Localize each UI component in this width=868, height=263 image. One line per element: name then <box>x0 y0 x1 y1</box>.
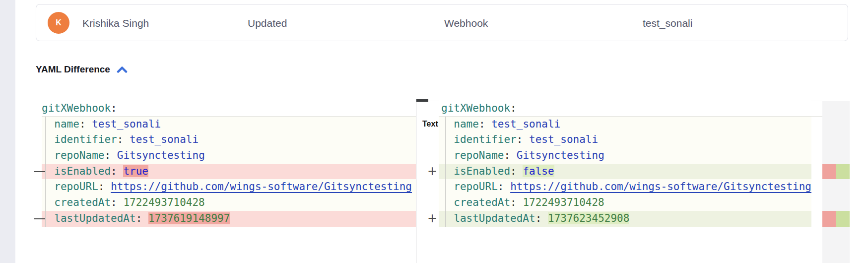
diff-line-original: identifier: test_sonali <box>42 132 416 148</box>
yaml-key: gitXWebhook <box>441 102 510 114</box>
yaml-key: isEnabled <box>54 165 111 177</box>
removed-line-marker <box>34 171 45 172</box>
overview-ruler[interactable] <box>822 101 850 263</box>
diff-line-original: lastUpdatedAt: 1737619148997 <box>42 211 416 227</box>
yaml-value: test_sonali <box>130 133 199 145</box>
ruler-removed-block <box>822 164 836 180</box>
yaml-colon: : <box>498 181 504 193</box>
diff-line-original: gitXWebhook: <box>42 101 416 117</box>
yaml-key: isEnabled <box>454 165 510 177</box>
yaml-value: 1737619148997 <box>148 212 230 224</box>
yaml-colon: : <box>111 102 117 114</box>
yaml-key: repoURL <box>454 181 498 193</box>
yaml-key: createdAt <box>54 197 111 208</box>
diff-pane-modified: gitXWebhook: name: test_sonali identifie… <box>439 101 811 227</box>
indent-guide-modified <box>445 117 446 227</box>
resource-name-label: test_sonali <box>643 4 692 42</box>
removed-line-marker <box>34 218 45 219</box>
yaml-value: test_sonali <box>92 118 161 130</box>
yaml-key: repoName <box>454 149 504 161</box>
yaml-value: false <box>523 165 554 177</box>
yaml-value: Gitsynctesting <box>117 149 205 161</box>
yaml-colon: : <box>111 197 117 208</box>
diff-line-modified: repoName: Gitsynctesting <box>439 148 811 164</box>
diff-line-original: isEnabled: true <box>42 164 416 180</box>
yaml-colon: : <box>479 118 485 130</box>
yaml-colon: : <box>510 102 517 114</box>
yaml-value: test_sonali <box>491 118 560 130</box>
indent-guide-original <box>45 117 46 227</box>
diff-line-modified: createdAt: 1722493710428 <box>439 195 811 211</box>
yaml-colon: : <box>504 149 510 161</box>
ruler-added-block <box>836 164 850 180</box>
yaml-colon: : <box>510 165 517 177</box>
diff-mode-label: Text <box>422 116 438 132</box>
added-line-marker: + <box>427 211 437 227</box>
avatar-initial: K <box>56 18 62 27</box>
diff-pane-original: gitXWebhook: name: test_sonali identifie… <box>42 101 416 227</box>
yaml-value: true <box>123 165 148 177</box>
header-border-extension <box>811 116 822 117</box>
resource-type-label: Webhook <box>444 4 488 42</box>
diff-line-modified: lastUpdatedAt: 1737623452908 <box>439 211 811 227</box>
yaml-colon: : <box>98 181 105 193</box>
diff-line-original: name: test_sonali <box>42 117 416 132</box>
diff-line-original: createdAt: 1722493710428 <box>42 195 416 211</box>
diff-line-modified: name: test_sonali <box>439 117 811 132</box>
yaml-value: test_sonali <box>529 133 598 145</box>
user-name: Krishika Singh <box>82 4 149 42</box>
yaml-key: lastUpdatedAt <box>454 212 535 224</box>
yaml-value: 1722493710428 <box>123 197 204 208</box>
yaml-key: repoName <box>54 149 104 161</box>
diff-line-modified: gitXWebhook: <box>439 101 811 117</box>
yaml-colon: : <box>535 212 542 224</box>
yaml-colon: : <box>117 133 124 145</box>
action-label: Updated <box>248 4 287 42</box>
yaml-key: gitXWebhook <box>42 102 111 114</box>
yaml-colon: : <box>510 197 517 208</box>
yaml-key: lastUpdatedAt <box>54 212 135 224</box>
ruler-added-block <box>836 211 850 227</box>
ruler-removed-block <box>822 211 836 227</box>
yaml-key: repoURL <box>54 181 98 193</box>
splitter-handle[interactable] <box>416 99 428 102</box>
yaml-value: Gitsynctesting <box>517 149 604 161</box>
diff-line-original: repoURL: https://github.com/wings-softwa… <box>42 179 416 195</box>
yaml-difference-header: YAML Difference <box>36 64 128 75</box>
yaml-value: 1722493710428 <box>523 197 604 208</box>
yaml-key: identifier <box>54 133 117 145</box>
added-line-marker: + <box>427 164 437 180</box>
yaml-key: identifier <box>454 133 516 145</box>
yaml-colon: : <box>104 149 111 161</box>
yaml-colon: : <box>79 118 86 130</box>
yaml-key: name <box>454 118 479 130</box>
left-gutter-strip <box>0 0 15 263</box>
yaml-key: createdAt <box>454 197 510 208</box>
yaml-key: name <box>54 118 79 130</box>
pane-divider <box>416 99 416 263</box>
yaml-value: 1737623452908 <box>548 212 629 224</box>
repo-url-link[interactable]: https://github.com/wings-software/Gitsyn… <box>111 181 412 193</box>
avatar: K <box>48 12 69 34</box>
diff-line-modified: repoURL: https://github.com/wings-softwa… <box>439 179 811 195</box>
yaml-colon: : <box>111 165 117 177</box>
repo-url-link[interactable]: https://github.com/wings-software/Gitsyn… <box>510 181 811 193</box>
diff-line-modified: isEnabled: false <box>439 164 811 180</box>
diff-line-original: repoName: Gitsynctesting <box>42 148 416 164</box>
section-title-text: YAML Difference <box>36 64 110 75</box>
chevron-up-icon[interactable] <box>116 66 128 74</box>
yaml-colon: : <box>517 133 523 145</box>
audit-row-card[interactable]: K Krishika Singh Updated Webhook test_so… <box>36 4 848 41</box>
diff-line-modified: identifier: test_sonali <box>439 132 811 148</box>
yaml-colon: : <box>136 212 142 224</box>
